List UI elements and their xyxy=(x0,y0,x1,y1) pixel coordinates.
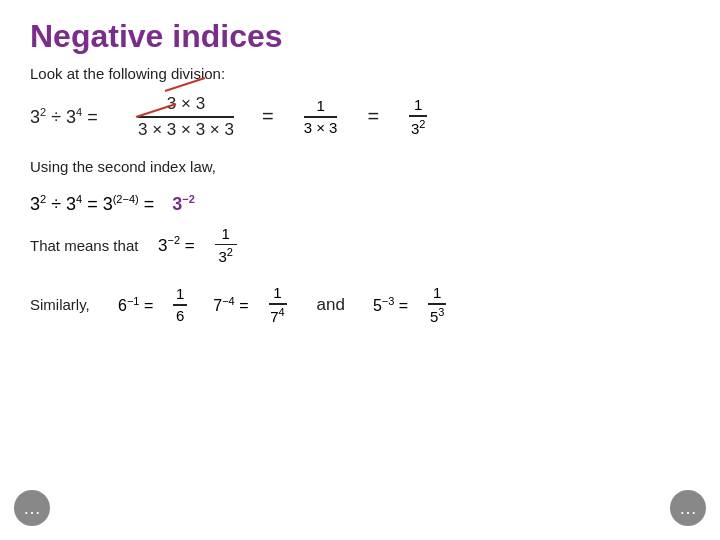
means-fraction: 1 32 xyxy=(215,225,237,267)
ex1-fraction: 1 6 xyxy=(173,285,187,325)
fraction-1-over-3sq: 1 32 xyxy=(409,96,427,138)
frac1-line xyxy=(304,116,338,118)
fraction-1-over-3x3: 1 3 × 3 xyxy=(304,97,338,137)
fraction-line-1 xyxy=(138,116,234,118)
means-label: That means that xyxy=(30,237,140,254)
ex2-left: 7−4 = xyxy=(213,295,248,315)
means-frac-line xyxy=(215,244,237,246)
ex3-left: 5−3 = xyxy=(373,295,408,315)
means-frac-bottom: 32 xyxy=(218,246,232,266)
ex1-frac-top: 1 xyxy=(176,285,184,303)
ex3-frac-bottom: 53 xyxy=(430,306,444,326)
ex1-frac-line xyxy=(173,304,187,306)
equals-1: = xyxy=(262,105,274,128)
ex3-frac-line xyxy=(428,303,446,305)
nav-right-button[interactable]: … xyxy=(670,490,706,526)
index-law-expression: 32 ÷ 34 = 3(2−4) = xyxy=(30,193,154,215)
and-text: and xyxy=(317,295,345,315)
frac2-top: 1 xyxy=(414,96,422,114)
page-title: Negative indices xyxy=(0,0,720,65)
division-denominator: 3 × 3 × 3 × 3 xyxy=(138,120,234,140)
nav-left-button[interactable]: … xyxy=(14,490,50,526)
ex2-frac-top: 1 xyxy=(273,284,281,302)
index-law-label: Using the second index law, xyxy=(30,158,690,175)
ex1-left: 6−1 = xyxy=(118,295,153,315)
division-section: 32 ÷ 34 = 3 × 3 3 × 3 × 3 × 3 = 1 3 × 3 … xyxy=(30,94,690,140)
means-frac-top: 1 xyxy=(222,225,230,243)
similarly-section: Similarly, 6−1 = 1 6 7−4 = 1 74 and 5−3 … xyxy=(30,284,690,326)
frac2-line xyxy=(409,115,427,117)
division-fraction: 3 × 3 3 × 3 × 3 × 3 xyxy=(138,94,234,140)
ex2-fraction: 1 74 xyxy=(269,284,287,326)
frac1-top: 1 xyxy=(316,97,324,115)
ex1-frac-bottom: 6 xyxy=(176,307,184,325)
denominator-strike: 3 × 3 xyxy=(138,120,176,140)
means-left: 3−2 = xyxy=(158,234,195,256)
frac1-bottom: 3 × 3 xyxy=(304,119,338,137)
subtitle: Look at the following division: xyxy=(0,65,720,94)
index-law-row: 32 ÷ 34 = 3(2−4) = 3−2 xyxy=(30,193,690,215)
means-section: That means that 3−2 = 1 32 xyxy=(30,225,690,267)
ex3-fraction: 1 53 xyxy=(428,284,446,326)
frac2-bottom: 32 xyxy=(411,118,425,138)
similarly-label: Similarly, xyxy=(30,296,100,313)
ex3-frac-top: 1 xyxy=(433,284,441,302)
index-law-result: 3−2 xyxy=(172,193,195,215)
ex2-frac-line xyxy=(269,303,287,305)
ex2-frac-bottom: 74 xyxy=(270,306,284,326)
equals-2: = xyxy=(367,105,379,128)
division-left-label: 32 ÷ 34 = xyxy=(30,106,120,128)
